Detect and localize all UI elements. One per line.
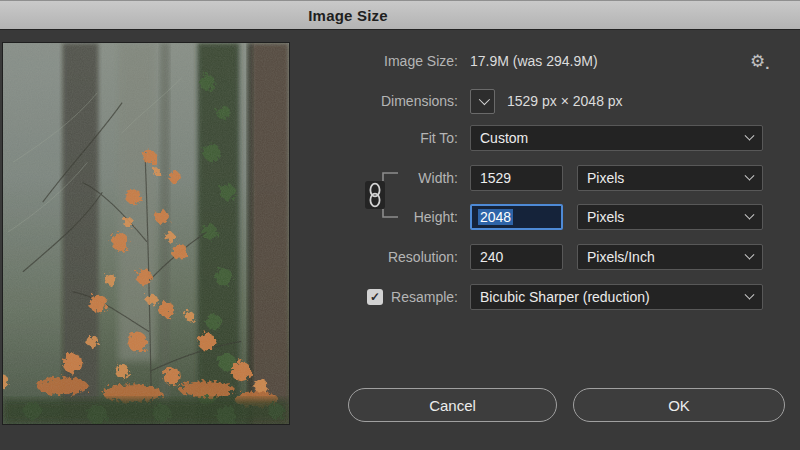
constrain-proportions-link-icon[interactable]	[360, 165, 405, 225]
resample-method-value: Bicubic Sharper (reduction)	[480, 289, 650, 305]
cancel-button[interactable]: Cancel	[348, 388, 557, 422]
forest-photo	[3, 43, 289, 424]
dimensions-row: Dimensions: 1529 px × 2048 px	[310, 88, 792, 114]
chevron-down-icon	[745, 130, 755, 140]
width-input[interactable]	[470, 165, 563, 191]
resolution-input[interactable]	[470, 244, 563, 270]
dimensions-value: 1529 px × 2048 px	[507, 93, 623, 109]
chevron-down-icon	[478, 94, 489, 105]
resolution-unit-value: Pixels/Inch	[587, 249, 655, 265]
height-unit-select[interactable]: Pixels	[577, 204, 763, 230]
height-input[interactable]: 2048	[470, 204, 563, 230]
dialog-title: Image Size	[308, 1, 388, 30]
chevron-down-icon	[745, 249, 755, 259]
gear-menu-dot-icon: .	[765, 54, 769, 74]
image-size-value: 17.9M (was 294.9M)	[470, 53, 598, 69]
image-size-row: Image Size: 17.9M (was 294.9M)	[310, 48, 792, 74]
chevron-down-icon	[745, 170, 755, 180]
gear-icon[interactable]: ⚙.	[750, 48, 769, 74]
image-preview	[2, 42, 290, 425]
chevron-down-icon	[745, 289, 755, 299]
resample-row: ✓ Resample: Bicubic Sharper (reduction)	[310, 284, 792, 310]
width-unit-value: Pixels	[587, 170, 624, 186]
dimensions-label: Dimensions:	[310, 93, 470, 109]
resolution-label: Resolution:	[310, 249, 470, 265]
resample-checkbox[interactable]: ✓	[367, 289, 383, 305]
resolution-unit-select[interactable]: Pixels/Inch	[577, 244, 763, 270]
height-unit-value: Pixels	[587, 209, 624, 225]
fit-to-row: Fit To: Custom	[310, 125, 792, 151]
chevron-down-icon	[745, 209, 755, 219]
width-unit-select[interactable]: Pixels	[577, 165, 763, 191]
fit-to-value: Custom	[480, 130, 528, 146]
dimensions-unit-button[interactable]	[470, 89, 495, 114]
fit-to-label: Fit To:	[310, 130, 470, 146]
image-size-label: Image Size:	[310, 53, 470, 69]
height-value-selected: 2048	[478, 209, 513, 225]
resample-label: Resample:	[391, 289, 458, 305]
fit-to-select[interactable]: Custom	[470, 125, 763, 151]
checkmark-icon: ✓	[370, 290, 380, 304]
resolution-row: Resolution: Pixels/Inch	[310, 244, 792, 270]
resample-method-select[interactable]: Bicubic Sharper (reduction)	[470, 284, 763, 310]
dialog-title-bar[interactable]: Image Size	[0, 0, 800, 30]
ok-button[interactable]: OK	[573, 388, 785, 422]
